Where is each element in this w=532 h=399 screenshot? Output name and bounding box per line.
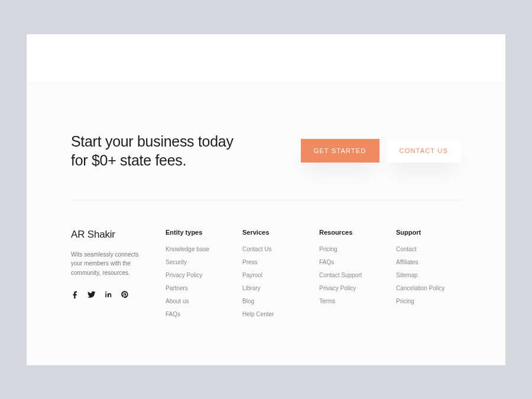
footer-link[interactable]: Sitemap: [396, 271, 461, 280]
link-list: Contact Us Press Payrool Library Blog He…: [242, 245, 313, 319]
contact-us-button[interactable]: CONTACT US: [387, 139, 462, 163]
footer-link[interactable]: Partners: [166, 284, 236, 293]
footer-link[interactable]: Privacy Policy: [166, 271, 236, 280]
column-services: Services Contact Us Press Payrool Librar…: [242, 229, 313, 319]
cta-buttons: GET STARTED CONTACT US: [301, 139, 462, 163]
link-list: Knowledge base Security Privacy Policy P…: [166, 245, 236, 319]
footer-link[interactable]: Pricing: [396, 297, 461, 306]
heading-line-2: for $0+ state fees.: [71, 152, 186, 168]
footer-link[interactable]: Contact: [396, 245, 461, 254]
footer-link[interactable]: Contact Us: [242, 245, 313, 254]
get-started-button[interactable]: GET STARTED: [301, 139, 379, 163]
footer-columns: AR Shakir Wits seamlessly connects your …: [71, 200, 461, 319]
page-container: Start your business today for $0+ state …: [27, 34, 505, 365]
footer-link[interactable]: Pricing: [319, 245, 390, 254]
cta-heading: Start your business today for $0+ state …: [71, 132, 233, 170]
brand-column: AR Shakir Wits seamlessly connects your …: [71, 229, 160, 319]
column-heading: Support: [396, 229, 461, 236]
column-resources: Resources Pricing FAQs Contact Support P…: [319, 229, 390, 319]
footer-link[interactable]: Terms: [319, 297, 390, 306]
facebook-icon[interactable]: [71, 290, 79, 299]
column-heading: Services: [242, 229, 313, 236]
column-entity-types: Entity types Knowledge base Security Pri…: [166, 229, 236, 319]
cta-row: Start your business today for $0+ state …: [71, 132, 461, 200]
footer-link[interactable]: Press: [242, 258, 313, 267]
column-heading: Entity types: [166, 229, 236, 236]
footer-link[interactable]: Help Center: [242, 310, 313, 319]
twitter-icon[interactable]: [87, 290, 96, 299]
brand-description: Wits seamlessly connects your members wi…: [71, 250, 148, 278]
footer-link[interactable]: Cancelation Policy: [396, 284, 461, 293]
linkedin-icon[interactable]: [104, 290, 112, 299]
footer-link[interactable]: Affiliates: [396, 258, 461, 267]
footer-link[interactable]: FAQs: [319, 258, 390, 267]
footer-link[interactable]: About us: [166, 297, 236, 306]
footer-link[interactable]: Security: [166, 258, 236, 267]
brand-name: AR Shakir: [71, 229, 148, 241]
footer-link[interactable]: Blog: [242, 297, 313, 306]
footer-link[interactable]: Library: [242, 284, 313, 293]
link-list: Contact Affiliates Sitemap Cancelation P…: [396, 245, 461, 306]
footer-link[interactable]: Contact Support: [319, 271, 390, 280]
footer-link[interactable]: FAQs: [166, 310, 236, 319]
pinterest-icon[interactable]: [121, 290, 129, 299]
heading-line-1: Start your business today: [71, 133, 233, 150]
column-support: Support Contact Affiliates Sitemap Cance…: [396, 229, 461, 319]
footer-link[interactable]: Knowledge base: [166, 245, 236, 254]
footer-link[interactable]: Privacy Policy: [319, 284, 390, 293]
column-heading: Resources: [319, 229, 390, 236]
footer-link[interactable]: Payrool: [242, 271, 313, 280]
link-list: Pricing FAQs Contact Support Privacy Pol…: [319, 245, 390, 306]
footer-section: Start your business today for $0+ state …: [27, 82, 505, 365]
social-icons-row: [71, 290, 148, 299]
